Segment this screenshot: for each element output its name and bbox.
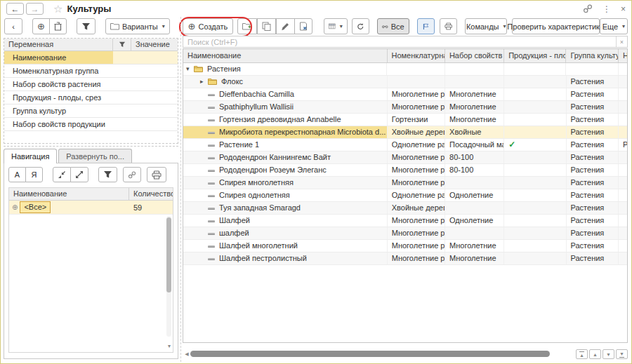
- create-button[interactable]: ⊕ Создать: [183, 18, 233, 34]
- variable-row[interactable]: Номенклатурная группа: [4, 65, 178, 78]
- variable-filter-cell: [113, 65, 131, 77]
- table-row[interactable]: Гортензия древовидная AnnabelleГортензии…: [183, 114, 627, 126]
- table-row[interactable]: Микробиота перекрестнопарная Microbiota …: [183, 126, 627, 139]
- row-name-text: Рододендрон Каннингемс Вайт: [219, 151, 331, 163]
- copy-button[interactable]: [257, 18, 276, 34]
- collapse-panel-button[interactable]: ‹: [4, 18, 22, 34]
- item-icon: [208, 258, 215, 260]
- scroll-left-arrow[interactable]: ◀: [183, 351, 190, 357]
- link-navigation-button[interactable]: [123, 167, 141, 182]
- create-group-button[interactable]: [237, 18, 257, 34]
- column-header-name[interactable]: Наименование: [9, 188, 129, 200]
- search-input[interactable]: [183, 38, 616, 46]
- column-header-2[interactable]: Набор свойств ...: [445, 49, 504, 62]
- expand-all-button[interactable]: [70, 167, 88, 182]
- menu-dots-icon[interactable]: ⋮: [603, 4, 611, 14]
- go-last-button[interactable]: ▼: [616, 349, 628, 359]
- go-first-button[interactable]: ▲: [576, 349, 588, 359]
- variable-row[interactable]: Наименование: [4, 51, 178, 65]
- row-production-cell: [504, 164, 566, 176]
- forward-button[interactable]: →: [26, 3, 44, 15]
- row-name-text: Dieffenbachia Camilla: [219, 88, 294, 100]
- sort-asc-button[interactable]: А: [8, 167, 26, 182]
- sort-desc-button[interactable]: Я: [25, 167, 43, 182]
- scrollbar-thumb[interactable]: [190, 351, 550, 357]
- table-row[interactable]: ШалфейМноголетние ра...ОднолетниеРастени…: [183, 215, 627, 227]
- table-row[interactable]: шалфейМноголетние ра...Растения: [183, 227, 627, 240]
- navigation-row-all[interactable]: ⊕ <Все> 59: [9, 201, 173, 215]
- table-row[interactable]: Шалфей многолетнийМноголетние ра...Много…: [183, 240, 627, 252]
- expand-node-icon[interactable]: ▸: [200, 76, 208, 88]
- table-row[interactable]: Шалфей пестролистныйМноголетние ра...Мно…: [183, 252, 627, 265]
- row-nomenclature-cell: Многолетние ра...: [388, 101, 445, 113]
- table-row[interactable]: Растение 1Однолетние ра...Посадочный ма.…: [183, 139, 627, 151]
- table-row[interactable]: Рододендрон Розеум ЭлегансМноголетние ра…: [183, 164, 627, 177]
- back-button[interactable]: ←: [6, 3, 24, 15]
- search-clear-button[interactable]: ×: [616, 36, 627, 47]
- vertical-splitter[interactable]: [180, 17, 181, 362]
- filter-variables-button[interactable]: [77, 18, 96, 34]
- table-corner-button[interactable]: ▾: [168, 343, 171, 349]
- print-navigation-button[interactable]: [147, 167, 166, 182]
- column-header-filter[interactable]: [113, 39, 131, 50]
- variable-row[interactable]: Набор свойств продукции: [4, 118, 178, 131]
- scrollbar-thumb[interactable]: [166, 217, 171, 292]
- column-settings-button[interactable]: ▾: [324, 18, 347, 34]
- column-header-0[interactable]: Наименование: [183, 49, 388, 62]
- page-down-button[interactable]: ▼: [603, 349, 614, 359]
- main-table-rows: ▾Растения▸ФлоксРастенияDieffenbachia Cam…: [183, 63, 627, 265]
- table-row[interactable]: Рододендрон Каннингемс ВайтМноголетние р…: [183, 151, 627, 164]
- table-row[interactable]: ▸ФлоксРастения: [183, 76, 627, 88]
- variable-row[interactable]: Набор свойств растения: [4, 78, 178, 91]
- column-header-5[interactable]: Набор свойств п.: [619, 49, 627, 62]
- table-row[interactable]: Спирея однолетняяОднолетние ра...Однолет…: [183, 189, 627, 202]
- show-all-toggle[interactable]: Все: [377, 18, 409, 34]
- refresh-button[interactable]: [352, 18, 369, 34]
- page-up-button[interactable]: ▲: [589, 349, 601, 359]
- row-name-text: Спирея однолетняя: [219, 189, 290, 201]
- column-header-3[interactable]: Продукция - плоды, срез: [504, 49, 566, 62]
- favorite-star-icon[interactable]: ☆: [53, 3, 62, 15]
- column-header-value[interactable]: Значение: [131, 39, 178, 50]
- row-nomenclature-cell: Многолетние ра...: [388, 215, 445, 227]
- tab-navigation[interactable]: Навигация: [4, 149, 57, 163]
- mark-deletion-button[interactable]: [294, 18, 312, 34]
- navigation-vscrollbar[interactable]: [166, 216, 171, 337]
- column-header-4[interactable]: Группа культур: [566, 49, 619, 62]
- table-row[interactable]: Спирея многолетняяМноголетние ра...Расте…: [183, 177, 627, 189]
- close-button[interactable]: ×: [621, 4, 626, 14]
- collapse-node-icon[interactable]: ▾: [186, 63, 194, 75]
- table-row[interactable]: ▾Растения: [183, 63, 627, 76]
- horizontal-scrollbar[interactable]: ◀ ▶: [183, 350, 584, 358]
- commands-dropdown-button[interactable]: Команды▾: [465, 18, 507, 34]
- expand-node-icon[interactable]: ⊕: [12, 203, 18, 211]
- horizontal-splitter[interactable]: [4, 146, 178, 147]
- check-characteristics-button[interactable]: Проверить характеристики: [512, 18, 600, 34]
- variable-row[interactable]: Группа культур: [4, 105, 178, 118]
- collapse-all-button[interactable]: [53, 167, 71, 182]
- link-icon[interactable]: [583, 4, 593, 13]
- table-row[interactable]: Dieffenbachia CamillaМноголетние ра...Мн…: [183, 88, 627, 101]
- all-node-count: 59: [129, 203, 173, 212]
- edit-button[interactable]: [276, 18, 295, 34]
- pencil-icon: [281, 22, 290, 31]
- table-row[interactable]: Spathiphyllum WallisiiМноголетние ра...М…: [183, 101, 627, 114]
- set-interval-toggle[interactable]: [417, 18, 435, 34]
- column-header-1[interactable]: Номенклатурна...: [388, 49, 445, 62]
- column-header-variable[interactable]: Переменная: [4, 39, 113, 50]
- row-name-cell: Spathiphyllum Wallisii: [183, 101, 388, 113]
- filter-navigation-button[interactable]: [98, 167, 117, 182]
- row-nomenclature-cell: Многолетние ра...: [388, 227, 445, 239]
- more-dropdown-button[interactable]: Еще▾: [600, 18, 628, 34]
- row-group-cell: Растения: [567, 139, 619, 151]
- delete-variable-button[interactable]: [49, 18, 67, 34]
- variable-row[interactable]: Продукция - плоды, срез: [4, 91, 178, 105]
- add-variable-button[interactable]: ⊕: [32, 18, 50, 34]
- tab-expand-by[interactable]: Развернуть по...: [58, 149, 132, 163]
- column-header-count[interactable]: Количество: [129, 188, 173, 200]
- table-row[interactable]: Туя западная SmaragdХвойные дерев...Раст…: [183, 202, 627, 215]
- document-x-icon: [299, 22, 308, 31]
- print-button[interactable]: [440, 18, 457, 34]
- variants-dropdown-button[interactable]: Варианты▾: [105, 18, 170, 34]
- row-props-cell: [445, 76, 504, 88]
